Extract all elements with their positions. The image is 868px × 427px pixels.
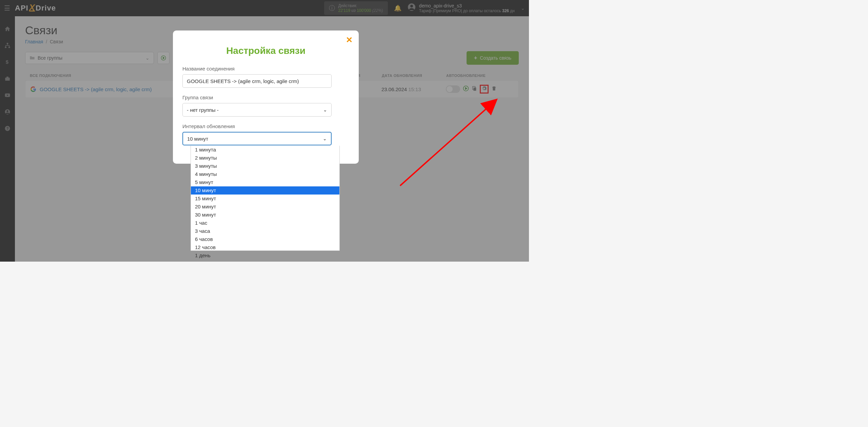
dropdown-item[interactable]: 6 часов bbox=[191, 235, 339, 243]
group-select-input[interactable]: - нет группы - ⌄ bbox=[182, 103, 332, 117]
chevron-down-icon: ⌄ bbox=[323, 107, 327, 113]
interval-value: 10 минут bbox=[187, 136, 208, 142]
chevron-down-icon: ⌄ bbox=[323, 136, 327, 141]
modal-title: Настройка связи bbox=[182, 45, 349, 56]
dropdown-item[interactable]: 10 минут bbox=[191, 186, 339, 195]
dropdown-item[interactable]: 3 минуты bbox=[191, 162, 339, 170]
dropdown-item[interactable]: 1 минута bbox=[191, 146, 339, 154]
group-value: - нет группы - bbox=[187, 107, 219, 113]
dropdown-item[interactable]: 30 минут bbox=[191, 211, 339, 219]
label-interval: Интервал обновления bbox=[182, 123, 349, 129]
label-connection-name: Название соединения bbox=[182, 66, 349, 72]
dropdown-item[interactable]: 3 часа bbox=[191, 227, 339, 235]
dropdown-item[interactable]: 4 минуты bbox=[191, 170, 339, 178]
dropdown-item[interactable]: по расписанию bbox=[191, 260, 339, 262]
connection-name-input[interactable] bbox=[182, 74, 332, 88]
dropdown-item[interactable]: 20 минут bbox=[191, 203, 339, 211]
label-group: Группа связи bbox=[182, 95, 349, 100]
dropdown-item[interactable]: 15 минут bbox=[191, 195, 339, 203]
dropdown-item[interactable]: 2 минуты bbox=[191, 154, 339, 162]
interval-select-input[interactable]: 10 минут ⌄ bbox=[182, 132, 332, 145]
close-icon[interactable]: ✕ bbox=[346, 35, 353, 45]
dropdown-item[interactable]: 12 часов bbox=[191, 243, 339, 251]
interval-dropdown: 1 минута2 минуты3 минуты4 минуты5 минут1… bbox=[191, 146, 340, 251]
settings-modal: ✕ Настройка связи Название соединения Гр… bbox=[173, 30, 359, 164]
dropdown-item[interactable]: 5 минут bbox=[191, 178, 339, 186]
dropdown-item[interactable]: 1 день bbox=[191, 251, 339, 260]
dropdown-item[interactable]: 1 час bbox=[191, 219, 339, 227]
